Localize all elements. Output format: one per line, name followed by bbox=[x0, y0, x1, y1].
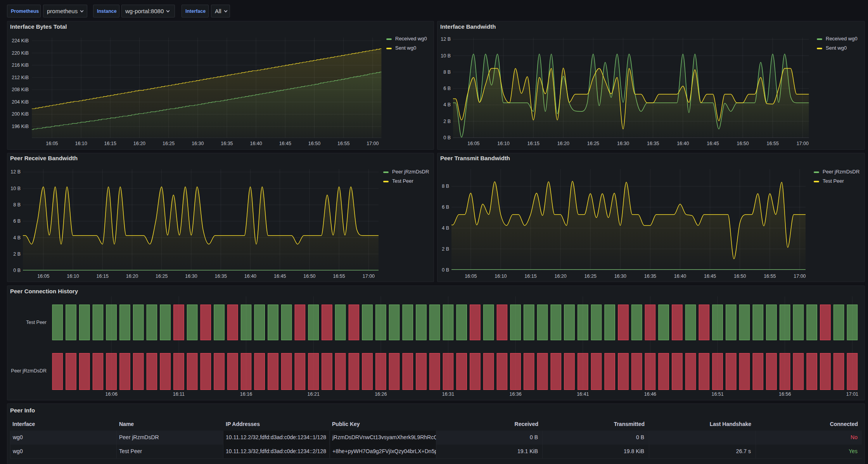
svg-text:16:35: 16:35 bbox=[221, 141, 233, 146]
svg-text:16:55: 16:55 bbox=[764, 274, 776, 279]
svg-text:16:10: 16:10 bbox=[497, 141, 509, 146]
svg-text:17:00: 17:00 bbox=[367, 141, 379, 146]
svg-text:16:30: 16:30 bbox=[614, 274, 626, 279]
svg-text:16:50: 16:50 bbox=[737, 141, 749, 146]
svg-text:204 KiB: 204 KiB bbox=[12, 99, 29, 105]
svg-text:16:20: 16:20 bbox=[133, 141, 145, 146]
svg-text:212 KiB: 212 KiB bbox=[12, 75, 29, 80]
svg-text:16:25: 16:25 bbox=[584, 274, 597, 279]
svg-text:16:15: 16:15 bbox=[527, 141, 539, 146]
svg-text:16:51: 16:51 bbox=[711, 391, 723, 397]
svg-text:16:25: 16:25 bbox=[163, 141, 175, 146]
svg-text:4 B: 4 B bbox=[442, 225, 449, 231]
svg-text:16:10: 16:10 bbox=[495, 274, 507, 279]
svg-text:16:35: 16:35 bbox=[647, 141, 659, 146]
svg-text:16:11: 16:11 bbox=[173, 391, 185, 397]
svg-text:2 B: 2 B bbox=[13, 251, 21, 257]
svg-text:16:36: 16:36 bbox=[509, 391, 521, 397]
svg-text:17:01: 17:01 bbox=[846, 391, 858, 397]
svg-text:16:30: 16:30 bbox=[192, 141, 204, 146]
svg-text:2 B: 2 B bbox=[443, 119, 451, 124]
svg-text:16:06: 16:06 bbox=[105, 391, 118, 397]
svg-text:16:15: 16:15 bbox=[524, 274, 536, 279]
svg-text:16:50: 16:50 bbox=[303, 274, 315, 279]
svg-text:16:50: 16:50 bbox=[308, 141, 320, 146]
svg-text:12 B: 12 B bbox=[441, 36, 451, 42]
svg-text:16:05: 16:05 bbox=[46, 141, 58, 146]
svg-text:16:31: 16:31 bbox=[442, 391, 454, 397]
svg-text:16:45: 16:45 bbox=[707, 141, 719, 146]
svg-text:16:56: 16:56 bbox=[779, 391, 791, 397]
svg-text:16:16: 16:16 bbox=[240, 391, 252, 397]
svg-text:16:50: 16:50 bbox=[734, 274, 746, 279]
svg-text:16:30: 16:30 bbox=[617, 141, 629, 146]
svg-text:16:10: 16:10 bbox=[67, 274, 79, 279]
svg-text:208 KiB: 208 KiB bbox=[12, 87, 29, 92]
svg-text:16:40: 16:40 bbox=[677, 141, 689, 146]
svg-text:2 B: 2 B bbox=[442, 246, 449, 252]
svg-text:16:35: 16:35 bbox=[215, 274, 227, 279]
svg-text:16:25: 16:25 bbox=[156, 274, 168, 279]
svg-text:6 B: 6 B bbox=[443, 86, 451, 91]
svg-text:6 B: 6 B bbox=[442, 204, 449, 210]
svg-text:16:40: 16:40 bbox=[674, 274, 686, 279]
svg-text:4 B: 4 B bbox=[443, 102, 451, 107]
svg-text:16:55: 16:55 bbox=[333, 274, 345, 279]
svg-text:220 KiB: 220 KiB bbox=[12, 50, 29, 56]
svg-text:0 B: 0 B bbox=[442, 267, 449, 273]
svg-text:16:20: 16:20 bbox=[126, 274, 138, 279]
svg-text:224 KiB: 224 KiB bbox=[12, 38, 29, 43]
svg-text:16:30: 16:30 bbox=[185, 274, 197, 279]
svg-text:17:00: 17:00 bbox=[797, 141, 809, 146]
svg-text:16:05: 16:05 bbox=[37, 274, 49, 279]
svg-text:17:00: 17:00 bbox=[363, 274, 375, 279]
svg-text:12 B: 12 B bbox=[10, 169, 21, 175]
svg-text:216 KiB: 216 KiB bbox=[12, 62, 29, 68]
svg-text:10 B: 10 B bbox=[441, 53, 451, 59]
svg-text:0 B: 0 B bbox=[13, 268, 21, 273]
svg-text:16:21: 16:21 bbox=[308, 391, 320, 397]
svg-text:16:40: 16:40 bbox=[250, 141, 262, 146]
svg-text:16:45: 16:45 bbox=[274, 274, 286, 279]
svg-text:16:46: 16:46 bbox=[644, 391, 656, 397]
svg-text:16:20: 16:20 bbox=[554, 274, 566, 279]
svg-text:0 B: 0 B bbox=[443, 135, 451, 140]
svg-text:16:40: 16:40 bbox=[244, 274, 256, 279]
svg-text:16:55: 16:55 bbox=[337, 141, 349, 146]
svg-text:8 B: 8 B bbox=[442, 184, 449, 189]
svg-text:16:45: 16:45 bbox=[279, 141, 291, 146]
svg-text:16:20: 16:20 bbox=[557, 141, 569, 146]
svg-text:16:35: 16:35 bbox=[644, 274, 656, 279]
svg-text:6 B: 6 B bbox=[13, 218, 21, 224]
svg-text:196 KiB: 196 KiB bbox=[12, 124, 29, 129]
svg-text:10 B: 10 B bbox=[10, 186, 21, 191]
svg-text:16:15: 16:15 bbox=[104, 141, 116, 146]
svg-text:16:45: 16:45 bbox=[704, 274, 716, 279]
svg-text:16:41: 16:41 bbox=[577, 391, 589, 397]
svg-text:16:55: 16:55 bbox=[767, 141, 779, 146]
svg-text:17:00: 17:00 bbox=[794, 274, 806, 279]
svg-text:16:25: 16:25 bbox=[587, 141, 599, 146]
svg-text:4 B: 4 B bbox=[13, 235, 21, 241]
svg-text:16:05: 16:05 bbox=[465, 274, 477, 279]
svg-text:16:10: 16:10 bbox=[75, 141, 87, 146]
svg-text:8 B: 8 B bbox=[13, 202, 21, 208]
svg-text:8 B: 8 B bbox=[443, 69, 451, 75]
svg-text:16:26: 16:26 bbox=[375, 391, 387, 397]
svg-text:16:05: 16:05 bbox=[467, 141, 479, 146]
svg-text:200 KiB: 200 KiB bbox=[12, 111, 29, 117]
svg-text:16:15: 16:15 bbox=[97, 274, 109, 279]
